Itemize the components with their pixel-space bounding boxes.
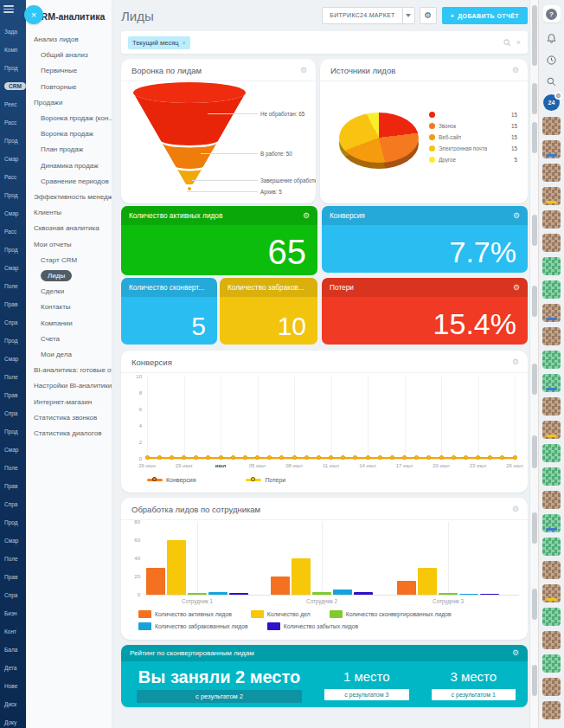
user-avatar[interactable] — [542, 631, 561, 649]
rail-item[interactable]: Поле — [0, 550, 26, 568]
sidebar-item[interactable]: Первичные — [26, 63, 112, 79]
rail-item[interactable]: Прод — [0, 422, 26, 441]
group-avatar[interactable] — [542, 608, 561, 626]
kpi-active-leads[interactable]: Количество активных лидов ⚙ 65 — [121, 206, 317, 275]
filter-tag-current-month[interactable]: Текущий месяц × — [128, 36, 190, 49]
sidebar-item[interactable]: Контакты — [26, 300, 112, 315]
user-avatar[interactable] — [542, 491, 561, 509]
sidebar-item[interactable]: Сделки — [26, 284, 112, 300]
scrollbar-thumb[interactable] — [532, 589, 537, 620]
rail-item[interactable]: Смар — [0, 532, 26, 550]
user-avatar[interactable] — [542, 421, 561, 439]
rail-item[interactable]: Прод — [0, 241, 26, 259]
user-avatar[interactable] — [542, 584, 561, 602]
sidebar-item[interactable]: Сравнение периодов — [26, 174, 112, 190]
rail-item[interactable]: Прод — [0, 332, 26, 350]
search-icon[interactable] — [503, 39, 511, 47]
scrollbar-thumb[interactable] — [532, 512, 537, 544]
user-avatar[interactable] — [542, 140, 561, 158]
sidebar-item[interactable]: Эффективность менедже... — [26, 190, 112, 205]
scrollbar-thumb[interactable] — [532, 122, 537, 153]
pie-legend-row[interactable]: Веб-сайт15 — [429, 132, 517, 143]
legend-item[interactable]: Количество активных лидов — [138, 610, 232, 618]
rail-item[interactable]: Расс — [0, 222, 26, 241]
sidebar-item[interactable]: Воронка продаж (кон... — [26, 111, 112, 126]
scrollbar-thumb[interactable] — [532, 665, 537, 696]
legend-item[interactable]: Потери — [246, 477, 285, 483]
sidebar-item[interactable]: Общий анализ — [26, 48, 112, 63]
rail-item[interactable]: Прав — [0, 386, 26, 404]
pie-legend-row[interactable]: Звонок15 — [429, 120, 517, 132]
rail-item[interactable]: Бизн — [0, 604, 26, 622]
rail-item[interactable]: Спра — [0, 313, 26, 332]
kpi-gear-icon[interactable]: ⚙ — [303, 212, 310, 220]
bar[interactable] — [312, 592, 331, 595]
rail-item[interactable]: Нове — [0, 677, 26, 695]
rail-item[interactable]: Прод — [0, 186, 26, 204]
user-avatar[interactable] — [542, 117, 561, 135]
pie-legend-row[interactable]: Электронная почта15 — [429, 143, 517, 154]
menu-hamburger-icon[interactable] — [3, 5, 14, 13]
group-avatar[interactable] — [542, 280, 561, 299]
rail-item[interactable]: Спра — [0, 404, 26, 422]
sidebar-item[interactable]: Сквозная аналитика — [26, 221, 112, 236]
user-avatar[interactable] — [542, 678, 561, 696]
bar[interactable] — [188, 593, 207, 595]
clear-search-icon[interactable]: × — [516, 38, 521, 47]
rail-item[interactable]: Спра — [0, 495, 26, 513]
rail-item[interactable]: Смар — [0, 204, 26, 222]
sidebar-item[interactable]: Мои дела — [26, 347, 112, 363]
rail-item[interactable]: Прав — [0, 295, 26, 313]
kpi-gear-icon[interactable]: ⚙ — [513, 284, 520, 292]
user-avatar[interactable] — [542, 187, 561, 205]
bar[interactable] — [418, 568, 437, 596]
settings-gear-button[interactable]: ⚙ — [420, 7, 437, 24]
rail-item[interactable]: Смар — [0, 441, 26, 459]
rail-item[interactable]: Спра — [0, 586, 26, 604]
sidebar-item[interactable]: Компании — [26, 316, 112, 332]
group-avatar[interactable] — [542, 467, 561, 486]
sidebar-item[interactable]: Повторные — [26, 80, 112, 95]
rail-item[interactable]: CRM — [0, 77, 26, 95]
user-avatar[interactable] — [542, 210, 561, 229]
group-avatar[interactable] — [542, 374, 561, 392]
pie-legend-row[interactable]: 15 — [429, 109, 517, 120]
rail-item[interactable]: Доку — [0, 713, 26, 728]
rail-item[interactable]: Расс — [0, 168, 26, 186]
scrollbar-thumb[interactable] — [532, 286, 537, 317]
history-clock-icon[interactable] — [543, 51, 561, 68]
widget-gear-icon[interactable]: ⚙ — [300, 67, 307, 74]
rail-item[interactable]: Прод — [0, 513, 26, 532]
legend-item[interactable]: Количество сконвертированных лидов — [330, 610, 452, 618]
sidebar-item[interactable]: Старт CRM — [26, 253, 112, 268]
sidebar-item[interactable]: Продажи — [26, 95, 112, 111]
sidebar-item[interactable]: Клиенты — [26, 205, 112, 221]
bar[interactable] — [333, 589, 352, 595]
market-dropdown-caret[interactable] — [402, 8, 414, 23]
rail-item[interactable]: Дета — [0, 659, 26, 677]
user-avatar[interactable] — [542, 701, 561, 719]
sidebar-item[interactable]: Настройки BI-аналитики — [26, 378, 112, 394]
sidebar-item[interactable]: Анализ лидов — [26, 32, 112, 48]
legend-item[interactable]: Количество забракованных лидов — [138, 622, 248, 630]
kpi-converted-leads[interactable]: Количество сконверт... 5 — [121, 278, 217, 345]
scrollbar-thumb[interactable] — [532, 364, 537, 395]
rail-item[interactable]: Прав — [0, 477, 26, 495]
legend-item[interactable]: Количество дел — [251, 610, 311, 618]
rail-item[interactable]: Поле — [0, 277, 26, 295]
rail-item[interactable]: Диск — [0, 695, 26, 713]
bar[interactable] — [208, 592, 228, 595]
group-avatar[interactable] — [542, 514, 561, 532]
kpi-gear-icon[interactable]: ⚙ — [513, 212, 520, 220]
rail-item[interactable]: Смар — [0, 259, 26, 277]
bar[interactable] — [146, 568, 165, 596]
bar[interactable] — [292, 558, 311, 595]
group-avatar[interactable] — [542, 351, 561, 369]
rail-item[interactable]: Расс — [0, 113, 26, 132]
rail-item[interactable]: Поле — [0, 368, 26, 386]
sidebar-item[interactable]: Счета — [26, 332, 112, 347]
rail-item[interactable]: Поле — [0, 459, 26, 477]
user-avatar[interactable] — [542, 304, 561, 322]
sidebar-item[interactable]: BI-аналитика: готовые от... — [26, 363, 112, 378]
add-report-button[interactable]: + ДОБАВИТЬ ОТЧЁТ — [442, 7, 528, 24]
